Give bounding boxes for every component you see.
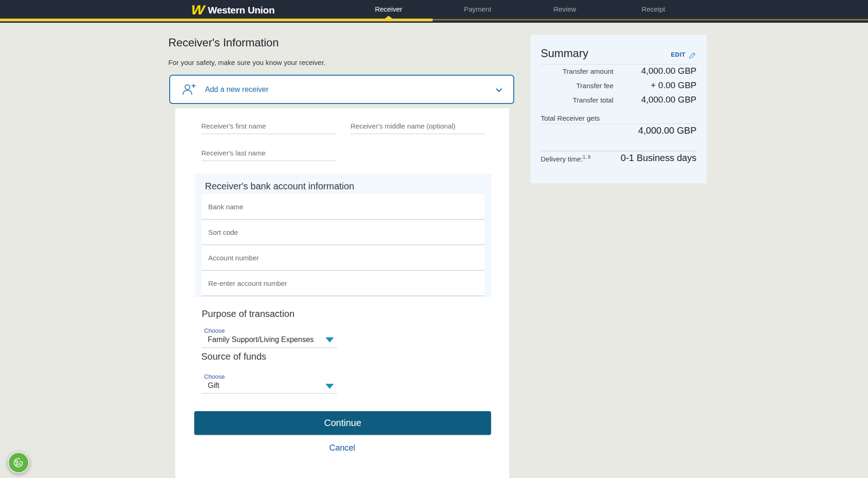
chevron-down-icon — [494, 85, 504, 97]
total-divider — [541, 123, 696, 124]
purpose-select-underline — [201, 348, 337, 348]
total-receiver-gets-label: Total Receiver gets — [541, 114, 600, 122]
active-tab-notch — [385, 16, 392, 19]
source-section-title: Source of funds — [201, 351, 266, 362]
continue-button[interactable]: Continue — [194, 411, 491, 435]
cookie-icon — [12, 456, 25, 469]
cookie-consent-button[interactable] — [8, 452, 29, 473]
row-label: Transfer amount — [541, 67, 613, 75]
row-label: Transfer fee — [541, 82, 613, 90]
bank-account-section: Receiver's bank account information — [195, 174, 491, 297]
delivery-time-value: 0-1 Business days — [541, 153, 696, 163]
summary-divider — [541, 64, 696, 65]
tab-receipt[interactable]: Receipt — [623, 0, 683, 19]
bank-name-input[interactable] — [202, 194, 485, 220]
top-nav: W Western Union Receiver Payment Review … — [0, 0, 868, 23]
brand-name: Western Union — [208, 5, 274, 16]
summary-title: Summary — [541, 47, 588, 60]
account-number-input[interactable] — [202, 245, 485, 271]
receiver-form-card: Receiver's bank account information Purp… — [175, 108, 509, 478]
sort-code-input[interactable] — [202, 220, 485, 245]
middle-name-input[interactable] — [351, 118, 485, 134]
summary-row-transfer-fee: Transfer fee + 0.00 GBP — [541, 80, 696, 91]
source-choose-label: Choose — [204, 373, 225, 380]
purpose-choose-label: Choose — [204, 327, 225, 334]
bank-section-title: Receiver's bank account information — [205, 181, 354, 192]
total-receiver-gets-value: 4,000.00 GBP — [541, 125, 696, 136]
page-title: Receiver's Information — [168, 36, 279, 49]
pencil-icon — [688, 50, 696, 58]
row-value: 4,000.00 GBP — [613, 66, 696, 76]
page-subtitle: For your safety, make sure you know your… — [168, 58, 326, 66]
reenter-account-number-input[interactable] — [202, 271, 485, 296]
source-select-value[interactable]: Gift — [208, 381, 219, 390]
source-caret-icon[interactable] — [326, 384, 334, 389]
purpose-section-title: Purpose of transaction — [202, 309, 294, 319]
row-label: Transfer total — [541, 96, 613, 104]
first-name-input[interactable] — [201, 118, 337, 134]
summary-row-transfer-amount: Transfer amount 4,000.00 GBP — [541, 66, 696, 77]
progress-underline-active — [0, 19, 433, 21]
western-union-logo[interactable]: W Western Union — [191, 2, 274, 18]
tab-review[interactable]: Review — [535, 0, 595, 19]
purpose-caret-icon[interactable] — [326, 337, 334, 342]
edit-label: EDIT — [671, 51, 685, 58]
receiver-selector-dropdown[interactable]: Add a new receiver — [169, 75, 514, 104]
row-value: 4,000.00 GBP — [613, 95, 696, 105]
add-person-icon — [181, 83, 197, 97]
row-value: + 0.00 GBP — [613, 80, 696, 90]
tab-payment[interactable]: Payment — [447, 0, 508, 19]
summary-row-transfer-total: Transfer total 4,000.00 GBP — [541, 95, 696, 106]
last-name-input[interactable] — [201, 145, 337, 161]
purpose-select-value[interactable]: Family Support/Living Expenses — [208, 336, 314, 344]
receiver-selector-label: Add a new receiver — [205, 85, 268, 94]
progress-underline-remaining — [433, 19, 868, 20]
summary-panel: Summary EDIT Transfer amount 4,000.00 GB… — [530, 35, 707, 183]
wu-logo-icon: W — [190, 4, 205, 17]
cancel-link[interactable]: Cancel — [175, 443, 509, 453]
source-select-underline — [201, 393, 337, 394]
summary-edit-button[interactable]: EDIT — [671, 50, 696, 58]
summary-divider-2 — [541, 151, 696, 151]
